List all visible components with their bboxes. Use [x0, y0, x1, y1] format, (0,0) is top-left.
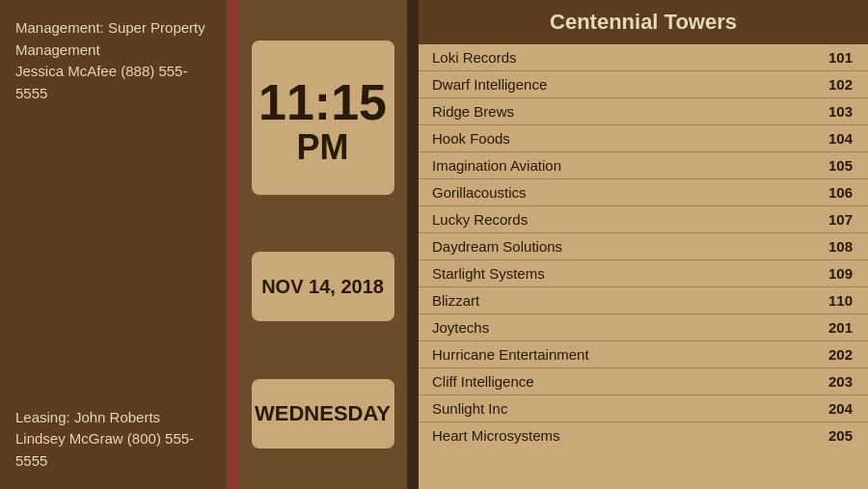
table-row: Gorillacoustics106	[419, 179, 868, 206]
dir-company-name: Joytechs	[432, 319, 489, 336]
dir-company-name: Gorillacoustics	[432, 184, 527, 201]
table-row: Sunlight Inc204	[419, 395, 868, 422]
table-row: Daydream Solutions108	[419, 233, 868, 260]
dir-company-name: Heart Microsystems	[432, 427, 560, 444]
dir-company-name: Dwarf Intelligence	[432, 76, 547, 93]
table-row: Loki Records101	[419, 44, 868, 71]
dir-suite-number: 102	[828, 76, 853, 93]
leasing-label: Leasing: John Roberts	[15, 409, 160, 425]
dir-suite-number: 202	[828, 346, 853, 363]
table-row: Cliff Intelligence203	[419, 368, 868, 395]
dir-company-name: Blizzart	[432, 292, 479, 309]
dir-suite-number: 101	[828, 49, 853, 66]
dir-suite-number: 204	[828, 400, 853, 417]
dir-company-name: Hurricane Entertainment	[432, 346, 589, 363]
dir-suite-number: 103	[828, 103, 853, 120]
dir-suite-number: 205	[828, 427, 853, 444]
dir-suite-number: 106	[828, 184, 853, 201]
dir-company-name: Imagination Aviation	[432, 157, 561, 174]
dir-suite-number: 107	[828, 211, 853, 228]
table-row: Hook Foods104	[419, 125, 868, 152]
table-row: Imagination Aviation105	[419, 152, 868, 179]
table-row: Dwarf Intelligence102	[419, 71, 868, 98]
time-box: 11:15 PM	[252, 41, 394, 195]
table-row: Heart Microsystems205	[419, 422, 868, 448]
dir-company-name: Daydream Solutions	[432, 238, 562, 255]
dir-company-name: Sunlight Inc	[432, 400, 507, 417]
table-row: Starlight Systems109	[419, 260, 868, 287]
management-label: Management: Super Property Management	[15, 19, 205, 58]
date-box: NOV 14, 2018	[252, 252, 394, 321]
clock-day: WEDNESDAY	[247, 401, 398, 426]
table-row: Hurricane Entertainment202	[419, 341, 868, 368]
dir-suite-number: 201	[828, 319, 853, 336]
left-panel: Management: Super Property Management Je…	[0, 0, 227, 489]
clock-ampm: PM	[297, 127, 349, 168]
dir-company-name: Cliff Intelligence	[432, 373, 534, 390]
dir-company-name: Loki Records	[432, 49, 517, 66]
dir-company-name: Lucky Records	[432, 211, 528, 228]
directory-panel: Centennial Towers Loki Records101Dwarf I…	[419, 0, 868, 489]
right-divider	[407, 0, 419, 489]
left-divider	[227, 0, 238, 489]
clock-date: NOV 14, 2018	[254, 276, 392, 298]
dir-company-name: Hook Foods	[432, 130, 510, 147]
table-row: Joytechs201	[419, 314, 868, 341]
management-contact: Jessica McAfee (888) 555-5555	[15, 63, 187, 101]
dir-suite-number: 105	[828, 157, 853, 174]
dir-suite-number: 109	[828, 265, 853, 282]
dir-company-name: Ridge Brews	[432, 103, 514, 120]
leasing-info: Leasing: John Roberts Lindsey McGraw (80…	[15, 407, 211, 473]
dir-company-name: Starlight Systems	[432, 265, 545, 282]
directory-title: Centennial Towers	[419, 0, 868, 44]
table-row: Blizzart110	[419, 287, 868, 314]
dir-suite-number: 110	[828, 292, 853, 309]
center-panel: 11:15 PM NOV 14, 2018 WEDNESDAY	[238, 0, 407, 489]
dir-suite-number: 108	[828, 238, 853, 255]
day-box: WEDNESDAY	[252, 379, 394, 448]
dir-suite-number: 203	[828, 373, 853, 390]
table-row: Lucky Records107	[419, 206, 868, 233]
directory-list: Loki Records101Dwarf Intelligence102Ridg…	[419, 44, 868, 489]
table-row: Ridge Brews103	[419, 98, 868, 125]
dir-suite-number: 104	[828, 130, 853, 147]
clock-time: 11:15	[258, 77, 387, 127]
leasing-contact: Lindsey McGraw (800) 555-5555	[15, 430, 194, 469]
management-info: Management: Super Property Management Je…	[15, 17, 211, 104]
